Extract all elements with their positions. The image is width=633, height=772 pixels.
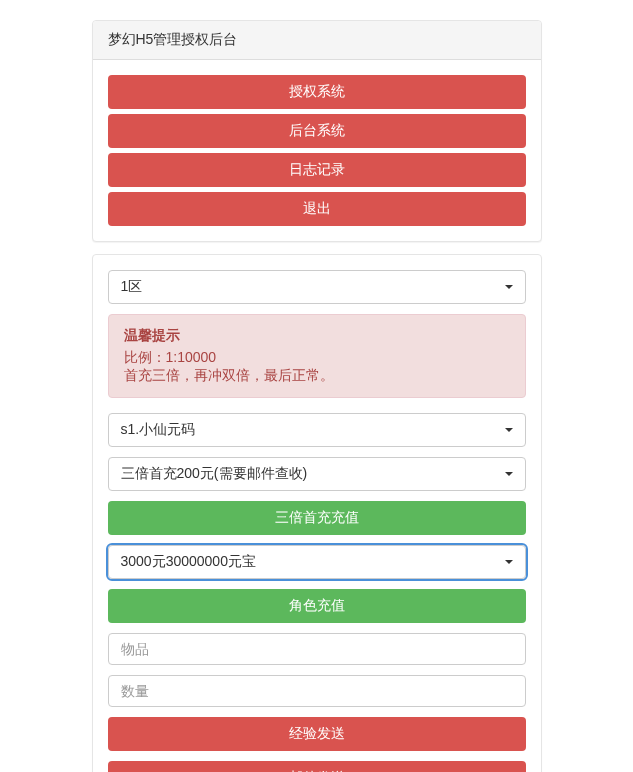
nav-auth-system-button[interactable]: 授权系统 [108,75,526,109]
nav-panel: 梦幻H5管理授权后台 授权系统 后台系统 日志记录 退出 [92,20,542,242]
alert-line-2: 首充三倍，再冲双倍，最后正常。 [124,367,510,385]
alert-box: 温馨提示 比例：1:10000 首充三倍，再冲双倍，最后正常。 [108,314,526,398]
caret-down-icon [505,428,513,432]
page-title: 梦幻H5管理授权后台 [93,21,541,60]
caret-down-icon [505,472,513,476]
amount-select-value: 3000元30000000元宝 [121,553,256,569]
nav-logout-button[interactable]: 退出 [108,192,526,226]
zone-select-value: 1区 [121,278,143,294]
nav-backend-system-button[interactable]: 后台系统 [108,114,526,148]
mail-send-button[interactable]: 邮件发送 [108,761,526,772]
item-input[interactable] [108,633,526,665]
main-panel: 1区 温馨提示 比例：1:10000 首充三倍，再冲双倍，最后正常。 s1.小仙… [92,254,542,772]
caret-down-icon [505,285,513,289]
nav-log-record-button[interactable]: 日志记录 [108,153,526,187]
first-recharge-select-value: 三倍首充200元(需要邮件查收) [121,465,308,481]
exp-send-button[interactable]: 经验发送 [108,717,526,751]
amount-select[interactable]: 3000元30000000元宝 [108,545,526,579]
zone-select[interactable]: 1区 [108,270,526,304]
first-recharge-select[interactable]: 三倍首充200元(需要邮件查收) [108,457,526,491]
player-select-value: s1.小仙元码 [121,421,196,437]
triple-recharge-button[interactable]: 三倍首充充值 [108,501,526,535]
player-select[interactable]: s1.小仙元码 [108,413,526,447]
alert-title: 温馨提示 [124,327,510,345]
quantity-input[interactable] [108,675,526,707]
caret-down-icon [505,560,513,564]
role-recharge-button[interactable]: 角色充值 [108,589,526,623]
alert-line-1: 比例：1:10000 [124,349,510,367]
